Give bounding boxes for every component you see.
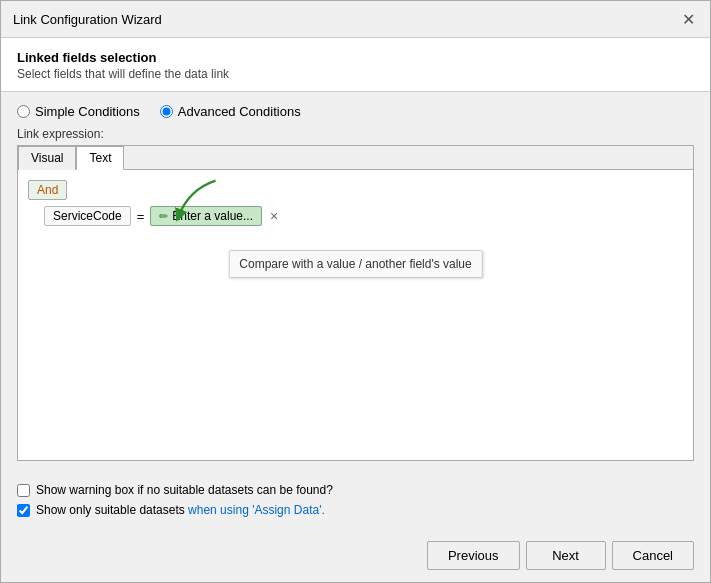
warn-checkbox-row: Show warning box if no suitable datasets…	[17, 483, 694, 497]
close-button[interactable]: ✕	[678, 9, 698, 29]
suitable-checkbox[interactable]	[17, 504, 30, 517]
field-name: ServiceCode	[44, 206, 131, 226]
advanced-conditions-radio[interactable]: Advanced Conditions	[160, 104, 301, 119]
compare-tooltip: Compare with a value / another field's v…	[228, 250, 482, 278]
header-section: Linked fields selection Select fields th…	[1, 38, 710, 92]
remove-condition-button[interactable]: ×	[268, 208, 280, 224]
simple-conditions-label: Simple Conditions	[35, 104, 140, 119]
condition-row: ServiceCode = ✏ Enter a value... ×	[44, 206, 683, 226]
suitable-label-highlight: when using 'Assign Data'.	[185, 503, 325, 517]
and-badge: And	[28, 180, 67, 200]
header-title: Linked fields selection	[17, 50, 694, 65]
suitable-checkbox-row: Show only suitable datasets when using '…	[17, 503, 694, 517]
dialog-title: Link Configuration Wizard	[13, 12, 162, 27]
warn-checkbox[interactable]	[17, 484, 30, 497]
cancel-button[interactable]: Cancel	[612, 541, 694, 570]
equals-operator: =	[137, 209, 145, 224]
enter-value-button[interactable]: ✏ Enter a value...	[150, 206, 262, 226]
content-section: Simple Conditions Advanced Conditions Li…	[1, 92, 710, 473]
title-bar: Link Configuration Wizard ✕	[1, 1, 710, 38]
tab-bar: Visual Text	[18, 146, 693, 170]
button-row: Previous Next Cancel	[1, 533, 710, 582]
tab-text[interactable]: Text	[76, 146, 124, 170]
simple-conditions-radio[interactable]: Simple Conditions	[17, 104, 140, 119]
header-subtitle: Select fields that will define the data …	[17, 67, 694, 81]
next-button[interactable]: Next	[526, 541, 606, 570]
link-expression-label: Link expression:	[17, 127, 694, 141]
suitable-label-before: Show only suitable datasets	[36, 503, 185, 517]
condition-type-group: Simple Conditions Advanced Conditions	[17, 104, 694, 119]
link-config-dialog: Link Configuration Wizard ✕ Linked field…	[0, 0, 711, 583]
expression-tab-panel: Visual Text And S	[17, 145, 694, 461]
enter-value-label: Enter a value...	[172, 209, 253, 223]
footer-checkboxes: Show warning box if no suitable datasets…	[1, 473, 710, 533]
tab-content: And ServiceCode = ✏ Enter a value... × C…	[18, 170, 693, 460]
previous-button[interactable]: Previous	[427, 541, 520, 570]
suitable-label: Show only suitable datasets when using '…	[36, 503, 325, 517]
advanced-conditions-label: Advanced Conditions	[178, 104, 301, 119]
pencil-icon: ✏	[159, 210, 168, 223]
tab-visual[interactable]: Visual	[18, 146, 76, 170]
warn-label: Show warning box if no suitable datasets…	[36, 483, 333, 497]
